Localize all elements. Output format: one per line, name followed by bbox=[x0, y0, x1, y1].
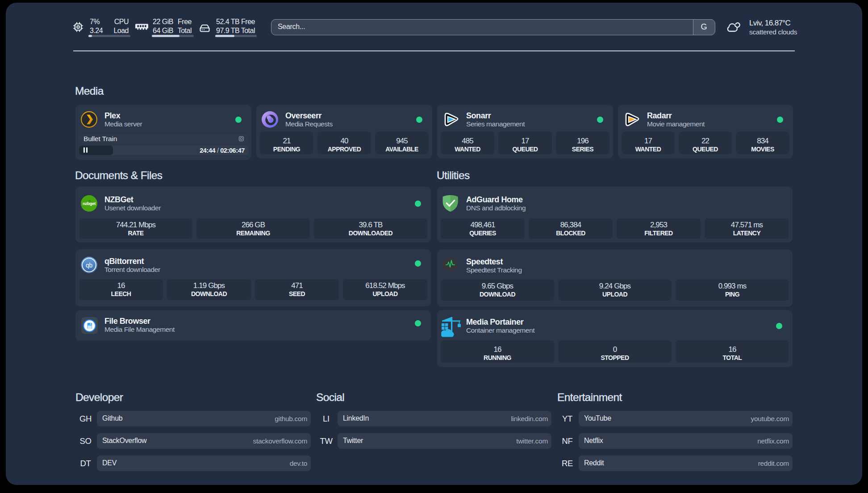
svg-text:nzbget: nzbget bbox=[83, 201, 96, 206]
svg-text:qb: qb bbox=[86, 262, 93, 269]
